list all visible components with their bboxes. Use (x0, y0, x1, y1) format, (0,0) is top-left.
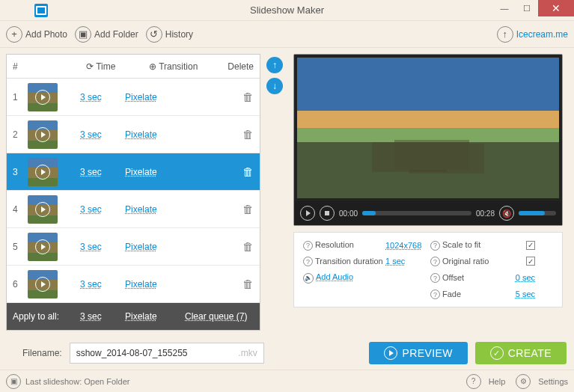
add-audio-link[interactable]: Add Audio (316, 272, 353, 281)
add-folder-label: Add Folder (94, 29, 138, 40)
slide-thumbnail[interactable] (28, 120, 58, 149)
play-icon (384, 346, 397, 360)
table-row[interactable]: 43 secPixelate🗑 (7, 191, 260, 228)
clear-queue-link[interactable]: Clear queue (7) (185, 311, 247, 322)
orig-checkbox[interactable]: ✓ (526, 257, 535, 266)
filename-ext: .mkv (238, 348, 257, 358)
gear-icon[interactable]: ⚙ (516, 374, 531, 389)
delete-row-button[interactable]: 🗑 (200, 91, 254, 103)
move-down-button[interactable]: ↓ (266, 78, 283, 94)
tdur-value[interactable]: 1 sec (385, 257, 430, 266)
table-row[interactable]: 33 secPixelate🗑 (7, 153, 260, 191)
help-icon[interactable]: ? (303, 241, 313, 251)
create-button[interactable]: CREATE (475, 342, 567, 364)
tdur-label: Transition duration (315, 257, 383, 266)
settings-link[interactable]: Settings (538, 377, 568, 386)
play-overlay-icon (35, 165, 50, 180)
resolution-label: Resolution (315, 240, 354, 249)
add-photo-button[interactable]: + Add Photo (6, 26, 67, 43)
delete-row-button[interactable]: 🗑 (200, 128, 254, 141)
speaker-icon: 🔈 (303, 273, 314, 284)
seek-bar[interactable] (362, 211, 471, 215)
table-row[interactable]: 63 secPixelate🗑 (7, 266, 260, 303)
row-time[interactable]: 3 sec (80, 92, 125, 102)
row-time[interactable]: 3 sec (80, 242, 125, 252)
help-icon[interactable]: ? (430, 273, 440, 283)
help-icon[interactable]: ? (430, 290, 440, 299)
filename-input[interactable]: sshow_2014-08-07_155255 .mkv (70, 343, 264, 364)
volume-bar[interactable] (519, 211, 556, 215)
col-num: # (13, 61, 28, 72)
help-icon[interactable]: ? (303, 257, 313, 266)
table-row[interactable]: 23 secPixelate🗑 (7, 116, 260, 153)
help-icon[interactable]: ? (430, 257, 440, 266)
slide-thumbnail[interactable] (28, 270, 58, 298)
row-time[interactable]: 3 sec (80, 167, 125, 177)
brand-link[interactable]: ↑ Icecream.me (497, 26, 568, 43)
titlebar: Slideshow Maker — ☐ ✕ (0, 0, 574, 21)
slide-thumbnail[interactable] (28, 83, 58, 111)
filename-value: sshow_2014-08-07_155255 (76, 348, 188, 358)
row-number: 1 (13, 92, 28, 102)
stop-button[interactable] (320, 206, 335, 221)
last-slideshow-link[interactable]: Last slideshow: Open Folder (25, 377, 129, 386)
help-icon[interactable]: ? (466, 374, 481, 389)
apply-all-label: Apply to all: (13, 311, 80, 322)
preview-button[interactable]: PREVIEW (369, 342, 467, 364)
upload-icon: ↑ (497, 26, 513, 43)
folder-icon: ▣ (75, 26, 91, 43)
delete-row-button[interactable]: 🗑 (200, 203, 254, 215)
offset-value[interactable]: 0 sec (505, 273, 535, 282)
fade-value[interactable]: 5 sec (505, 290, 535, 298)
play-overlay-icon (35, 277, 50, 292)
play-overlay-icon (35, 127, 50, 142)
col-delete: Delete (227, 61, 254, 72)
row-transition[interactable]: Pixelate (125, 242, 200, 252)
table-row[interactable]: 53 secPixelate🗑 (7, 228, 260, 266)
play-button[interactable] (300, 206, 315, 221)
help-link[interactable]: Help (489, 377, 506, 386)
row-number: 4 (13, 204, 28, 215)
row-transition[interactable]: Pixelate (125, 129, 200, 140)
slide-thumbnail[interactable] (28, 158, 58, 186)
slide-thumbnail[interactable] (28, 233, 58, 261)
offset-label: Offset (442, 273, 464, 282)
add-folder-button[interactable]: ▣ Add Folder (75, 26, 138, 43)
play-overlay-icon (35, 202, 50, 217)
move-up-button[interactable]: ↑ (266, 57, 283, 73)
maximize-button[interactable]: ☐ (516, 0, 538, 16)
scale-checkbox[interactable]: ✓ (526, 241, 535, 250)
add-photo-label: Add Photo (25, 29, 67, 40)
row-time[interactable]: 3 sec (80, 279, 125, 290)
slide-thumbnail[interactable] (28, 195, 58, 224)
row-transition[interactable]: Pixelate (125, 167, 200, 177)
folder-icon[interactable]: ▣ (6, 374, 21, 389)
close-button[interactable]: ✕ (538, 0, 574, 16)
delete-row-button[interactable]: 🗑 (200, 278, 254, 290)
delete-row-button[interactable]: 🗑 (200, 165, 254, 178)
apply-all-transition[interactable]: Pixelate (125, 311, 185, 322)
player-duration: 00:28 (476, 209, 495, 218)
mute-button[interactable] (499, 206, 514, 221)
minimize-button[interactable]: — (493, 0, 516, 16)
row-transition[interactable]: Pixelate (125, 279, 200, 290)
preview-image (297, 58, 559, 198)
help-icon[interactable]: ? (430, 241, 440, 251)
apply-all-time[interactable]: 3 sec (80, 311, 125, 322)
table-row[interactable]: 13 secPixelate🗑 (7, 79, 260, 116)
settings-panel: ?Resolution 1024x768 ?Scale to fit ✓ ?Tr… (293, 232, 563, 307)
player-current-time: 00:00 (339, 209, 358, 218)
row-time[interactable]: 3 sec (80, 204, 125, 215)
history-button[interactable]: ↺ History (146, 26, 193, 43)
footer: ▣ Last slideshow: Open Folder ?Help ⚙Set… (0, 370, 574, 392)
row-transition[interactable]: Pixelate (125, 204, 200, 215)
row-time[interactable]: 3 sec (80, 129, 125, 140)
fade-label: Fade (442, 290, 461, 298)
row-number: 2 (13, 129, 28, 140)
row-number: 6 (13, 279, 28, 290)
slide-list: # ⟳ Time ⊕ Transition Delete 13 secPixel… (6, 54, 260, 331)
apply-all-bar: Apply to all: 3 sec Pixelate Clear queue… (7, 303, 260, 330)
resolution-value[interactable]: 1024x768 (385, 241, 430, 250)
delete-row-button[interactable]: 🗑 (200, 240, 254, 253)
row-transition[interactable]: Pixelate (125, 92, 200, 102)
